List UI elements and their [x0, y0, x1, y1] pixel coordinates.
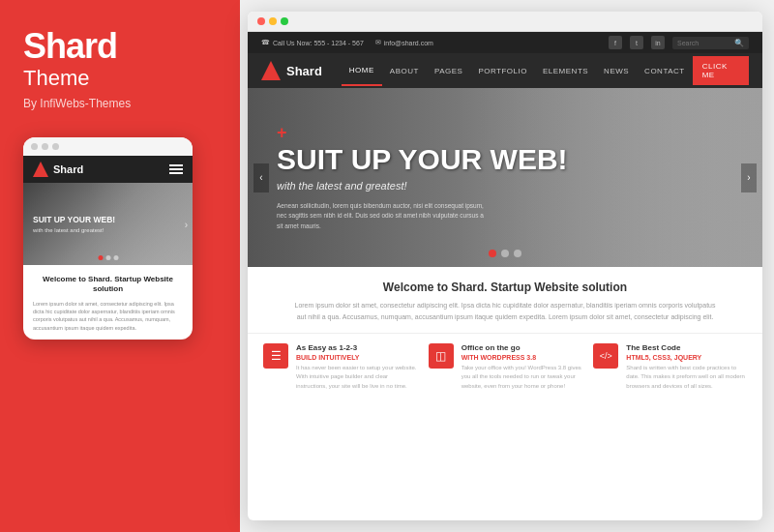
- email-icon: ✉: [375, 39, 381, 46]
- mobile-hero-text: SUIT UP YOUR WEB! with the latest and gr…: [23, 207, 125, 240]
- mobile-dot-red: [31, 143, 38, 150]
- nav-item-pages[interactable]: PAGES: [427, 57, 470, 85]
- feature-text-2: Office on the go WITH WORDPRESS 3.8 Take…: [461, 343, 582, 392]
- nav-item-portfolio[interactable]: PORTFOLIO: [470, 57, 535, 85]
- mobile-hero-dot-3: [113, 255, 118, 260]
- site-logo: Shard: [261, 53, 322, 88]
- feature-card-2: ◫ Office on the go WITH WORDPRESS 3.8 Ta…: [429, 343, 582, 392]
- feature-icon-box-2: ◫: [429, 343, 454, 369]
- feature-text-3: The Best Code HTML5, CSS3, JQUERY Shard …: [626, 343, 747, 392]
- search-icon[interactable]: 🔍: [734, 39, 744, 47]
- mobile-hero-dot-2: [105, 255, 110, 260]
- mobile-logo-text: Shard: [53, 163, 83, 175]
- site-topbar: ☎ Call Us Now: 555 - 1234 - 567 ✉ info@s…: [248, 32, 762, 53]
- site-topbar-right: f t in 🔍: [609, 36, 749, 49]
- mobile-hero-headline: SUIT UP YOUR WEB!: [33, 215, 115, 224]
- hamburger-icon[interactable]: [169, 164, 183, 174]
- feature-icon-2: ◫: [435, 349, 446, 363]
- feature-icon-1: ☰: [271, 349, 282, 363]
- nav-item-contact[interactable]: CONTACT: [637, 57, 693, 85]
- hero-arrow-right[interactable]: ›: [741, 163, 757, 192]
- hero-dots: [489, 250, 521, 257]
- topbar-phone: ☎ Call Us Now: 555 - 1234 - 567: [261, 39, 364, 46]
- browser-dot-maximize[interactable]: [281, 17, 288, 25]
- brand-by: By InfiWebs-Themes: [23, 97, 217, 110]
- site-features: ☰ As Easy as 1-2-3 BUILD INTUITIVELY It …: [248, 333, 762, 403]
- mobile-hero-subheadline: with the latest and greatest!: [33, 227, 115, 233]
- site-navbar: Shard HOME ABOUT PAGES PORTFOLIO ELEMENT…: [248, 53, 762, 88]
- site-logo-icon: [261, 61, 281, 80]
- hero-dot-3: [514, 250, 521, 257]
- nav-item-about[interactable]: ABOUT: [382, 57, 427, 85]
- mobile-nav: Shard: [23, 156, 193, 183]
- browser-dots: [257, 17, 288, 25]
- site-welcome: Welcome to Shard. Startup Website soluti…: [248, 267, 762, 333]
- feature-card-1: ☰ As Easy as 1-2-3 BUILD INTUITIVELY It …: [263, 343, 417, 392]
- mobile-content: Welcome to Shard. Startup Website soluti…: [23, 265, 193, 340]
- mobile-dot-yellow: [42, 143, 48, 150]
- mobile-hero-dot-1: [98, 255, 103, 260]
- feature-text-1: As Easy as 1-2-3 BUILD INTUITIVELY It ha…: [296, 343, 417, 392]
- search-bar[interactable]: 🔍: [672, 37, 749, 49]
- mobile-mockup: Shard SUIT UP YOUR WEB! with the latest …: [23, 137, 193, 340]
- hero-plus-icon: +: [277, 124, 568, 141]
- feature-title-2: Office on the go: [461, 343, 582, 352]
- feature-icon-box-1: ☰: [263, 343, 288, 369]
- browser-chrome: [248, 12, 762, 32]
- feature-card-3: </> The Best Code HTML5, CSS3, JQUERY Sh…: [593, 343, 747, 392]
- linkedin-icon[interactable]: in: [651, 36, 665, 49]
- site-topbar-left: ☎ Call Us Now: 555 - 1234 - 567 ✉ info@s…: [261, 39, 433, 46]
- topbar-email: ✉ info@shard.com: [375, 39, 433, 46]
- welcome-text: Lorem ipsum dolor sit amet, consectetur …: [292, 300, 718, 323]
- feature-icon-3: </>: [600, 351, 612, 361]
- feature-body-1: It has never been easier to setup your w…: [296, 364, 417, 392]
- nav-item-elements[interactable]: ELEMENTS: [535, 57, 596, 85]
- brand-title: Shard: [23, 29, 217, 64]
- nav-items: HOME ABOUT PAGES PORTFOLIO ELEMENTS NEWS…: [342, 56, 749, 86]
- mobile-top-bar: [23, 137, 193, 156]
- phone-icon: ☎: [261, 39, 270, 46]
- mobile-dot-green: [52, 143, 59, 150]
- search-input[interactable]: [677, 40, 730, 46]
- browser-dot-minimize[interactable]: [269, 17, 277, 25]
- brand-theme: Theme: [23, 66, 217, 91]
- mobile-logo-icon: [33, 162, 48, 177]
- hero-subheadline: with the latest and greatest!: [277, 180, 568, 192]
- mobile-welcome-text: Lorem ipsum dolor sit amet, consectetur …: [33, 300, 183, 332]
- hero-dot-2: [501, 250, 509, 257]
- hamburger-line-3: [169, 172, 183, 174]
- mobile-nav-logo: Shard: [33, 162, 83, 177]
- hamburger-line-2: [169, 168, 183, 170]
- hero-content: + SUIT UP YOUR WEB! with the latest and …: [248, 124, 597, 231]
- feature-icon-box-3: </>: [593, 343, 618, 369]
- hamburger-line-1: [169, 164, 183, 166]
- welcome-title: Welcome to Shard. Startup Website soluti…: [286, 281, 724, 294]
- twitter-icon[interactable]: t: [630, 36, 643, 49]
- browser-dot-close[interactable]: [257, 17, 265, 25]
- site-hero: ‹ + SUIT UP YOUR WEB! with the latest an…: [248, 88, 762, 267]
- nav-item-home[interactable]: HOME: [342, 56, 382, 86]
- mobile-welcome-title: Welcome to Shard. Startup Website soluti…: [33, 275, 183, 295]
- hero-headline: SUIT UP YOUR WEB!: [277, 145, 568, 174]
- nav-item-clickme[interactable]: CLICK ME: [693, 56, 749, 85]
- feature-subtitle-3: HTML5, CSS3, JQUERY: [626, 354, 747, 361]
- mobile-hero: SUIT UP YOUR WEB! with the latest and gr…: [23, 183, 193, 265]
- hero-body-text: Aenean sollicitudin, lorem quis bibendum…: [277, 201, 490, 231]
- feature-title-1: As Easy as 1-2-3: [296, 343, 417, 352]
- right-panel: ☎ Call Us Now: 555 - 1234 - 567 ✉ info@s…: [240, 0, 774, 532]
- site-logo-text: Shard: [286, 64, 322, 78]
- hero-dot-1: [489, 250, 496, 257]
- facebook-icon[interactable]: f: [609, 36, 622, 49]
- nav-item-news[interactable]: NEWS: [596, 57, 637, 85]
- left-panel: Shard Theme By InfiWebs-Themes Shard: [0, 0, 240, 532]
- feature-body-2: Take your office with you! WordPress 3.8…: [461, 364, 582, 392]
- browser-window: ☎ Call Us Now: 555 - 1234 - 567 ✉ info@s…: [248, 12, 762, 520]
- mobile-hero-dots: [98, 255, 118, 260]
- mobile-hero-arrow-right[interactable]: ›: [185, 219, 188, 229]
- feature-subtitle-1: BUILD INTUITIVELY: [296, 354, 417, 361]
- feature-body-3: Shard is written with best code practice…: [626, 364, 747, 392]
- feature-title-3: The Best Code: [626, 343, 747, 352]
- feature-subtitle-2: WITH WORDPRESS 3.8: [461, 354, 582, 361]
